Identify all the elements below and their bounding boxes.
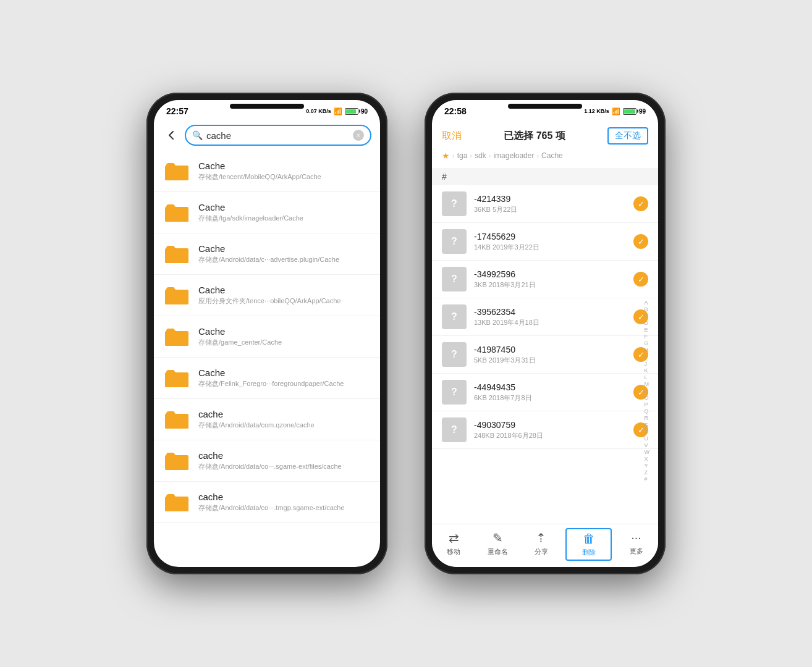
file-list-right: ? -4214339 36KB 5月22日 ✓ ? -17455629 14KB… xyxy=(432,185,658,524)
file-path: 存储盘/game_center/Cache xyxy=(198,338,370,347)
file-info: Cache 存储盘/Android/data/c···advertise.plu… xyxy=(198,243,370,264)
table-row[interactable]: ? -4214339 36KB 5月22日 ✓ xyxy=(432,185,658,223)
folder-icon xyxy=(164,448,190,474)
alphabet-item[interactable]: B xyxy=(645,306,650,313)
alphabet-item[interactable]: C xyxy=(645,313,650,319)
table-row[interactable]: ? -49030759 248KB 2018年6月28日 ✓ xyxy=(432,411,658,449)
search-bar: 🔍 × xyxy=(163,125,371,146)
file-thumb: ? xyxy=(442,229,467,254)
file-thumb: ? xyxy=(442,342,467,367)
alphabet-item[interactable]: X xyxy=(645,456,650,462)
alphabet-item[interactable]: Y xyxy=(645,463,650,469)
section-header: # xyxy=(432,168,658,185)
bottom-toolbar: ⇄ 移动 ✎ 重命名 ⇡ 分享 🗑 删除 ··· 更多 xyxy=(432,524,658,567)
alphabet-item[interactable]: V xyxy=(645,442,650,448)
file-row-name: -34992596 xyxy=(474,269,626,279)
folder-icon xyxy=(164,489,190,515)
file-info: Cache 存储盘/tga/sdk/imageloader/Cache xyxy=(198,202,370,223)
table-row[interactable]: ? -44949435 6KB 2018年7月8日 ✓ xyxy=(432,374,658,411)
alphabet-item[interactable]: W xyxy=(645,449,650,455)
file-thumb: ? xyxy=(442,380,467,405)
deselect-all-button[interactable]: 全不选 xyxy=(607,127,648,145)
alphabet-item[interactable]: H xyxy=(645,347,650,353)
table-row[interactable]: ? -41987450 5KB 2019年3月31日 ✓ xyxy=(432,336,658,374)
alphabet-item[interactable]: I xyxy=(645,354,650,360)
toolbar-btn-分享[interactable]: ⇡ 分享 xyxy=(520,528,564,561)
alphabet-item[interactable]: P xyxy=(645,401,650,408)
folder-icon xyxy=(164,241,190,267)
folder-icon xyxy=(164,406,190,432)
file-name: Cache xyxy=(198,243,370,254)
alphabet-item[interactable]: E xyxy=(645,327,650,333)
alphabet-item[interactable]: F xyxy=(645,334,650,340)
file-name: Cache xyxy=(198,161,370,171)
list-item[interactable]: Cache 存储盘/tencent/MobileQQ/ArkApp/Cache xyxy=(154,151,380,192)
alphabet-item[interactable]: M xyxy=(645,381,650,387)
star-icon: ★ xyxy=(442,151,450,161)
file-thumb: ? xyxy=(442,267,467,292)
file-info: Cache 存储盘/tencent/MobileQQ/ArkApp/Cache xyxy=(198,161,370,182)
cancel-button[interactable]: 取消 xyxy=(442,130,462,143)
battery-left xyxy=(345,108,358,115)
file-row-meta: 13KB 2019年4月18日 xyxy=(474,318,626,327)
alphabet-item[interactable]: O xyxy=(645,395,650,401)
file-row-name: -41987450 xyxy=(474,345,626,354)
clear-button[interactable]: × xyxy=(353,130,364,141)
list-item[interactable]: cache 存储盘/Android/data/com.qzone/cache xyxy=(154,399,380,440)
alphabet-item[interactable]: Q xyxy=(645,408,650,414)
list-item[interactable]: cache 存储盘/Android/data/co···.sgame-ext/f… xyxy=(154,440,380,482)
table-row[interactable]: ? -39562354 13KB 2019年4月18日 ✓ xyxy=(432,298,658,336)
list-item[interactable]: Cache 存储盘/Android/data/c···advertise.plu… xyxy=(154,233,380,275)
alphabet-bar: ABCDEFGHIJKLMNOPQRSTUVWXYZ# xyxy=(645,300,650,482)
alphabet-item[interactable]: J xyxy=(645,361,650,367)
alphabet-item[interactable]: Z xyxy=(645,469,650,476)
alphabet-item[interactable]: A xyxy=(645,300,650,306)
file-path: 存储盘/tencent/MobileQQ/ArkApp/Cache xyxy=(198,172,370,182)
file-name: Cache xyxy=(198,367,370,378)
list-item[interactable]: Cache 存储盘/tga/sdk/imageloader/Cache xyxy=(154,192,380,233)
search-input[interactable] xyxy=(206,130,349,141)
alphabet-item[interactable]: D xyxy=(645,320,650,326)
alphabet-item[interactable]: G xyxy=(645,340,650,346)
file-info: Cache 应用分身文件夹/tence···obileQQ/ArkApp/Cac… xyxy=(198,285,370,306)
list-item[interactable]: Cache 应用分身文件夹/tence···obileQQ/ArkApp/Cac… xyxy=(154,275,380,316)
list-item[interactable]: Cache 存储盘/Felink_Foregro···foregroundpap… xyxy=(154,358,380,399)
alphabet-item[interactable]: U xyxy=(645,435,650,442)
fm-header: 取消 已选择 765 项 全不选 ★ › tga › sdk › imagelo… xyxy=(432,120,658,168)
file-row-name: -49030759 xyxy=(474,420,626,430)
file-info: Cache 存储盘/game_center/Cache xyxy=(198,326,370,347)
check-icon[interactable]: ✓ xyxy=(633,234,648,249)
alphabet-item[interactable]: L xyxy=(645,374,650,380)
table-row[interactable]: ? -34992596 3KB 2018年3月21日 ✓ xyxy=(432,261,658,298)
toolbar-btn-更多[interactable]: ··· 更多 xyxy=(614,528,658,561)
alphabet-item[interactable]: # xyxy=(645,476,650,482)
toolbar-icon-分享: ⇡ xyxy=(536,531,546,545)
alphabet-item[interactable]: S xyxy=(645,422,650,428)
list-item[interactable]: cache 存储盘/Android/data/co···.tmgp.sgame-… xyxy=(154,482,380,523)
table-row[interactable]: ? -17455629 14KB 2019年3月22日 ✓ xyxy=(432,223,658,261)
status-icons-left: 0.07 KB/s 📶 90 xyxy=(306,107,368,115)
check-icon[interactable]: ✓ xyxy=(633,196,648,211)
toolbar-icon-删除: 🗑 xyxy=(583,532,595,546)
check-icon[interactable]: ✓ xyxy=(633,272,648,287)
toolbar-btn-删除[interactable]: 🗑 删除 xyxy=(565,528,612,561)
wifi-icon-right: 📶 xyxy=(612,107,620,115)
file-name: Cache xyxy=(198,285,370,295)
fm-header-top: 取消 已选择 765 项 全不选 xyxy=(442,125,648,147)
file-row-info: -4214339 36KB 5月22日 xyxy=(474,194,626,214)
alphabet-item[interactable]: K xyxy=(645,367,650,374)
alphabet-item[interactable]: T xyxy=(645,429,650,435)
file-name: cache xyxy=(198,409,370,419)
selected-count: 已选择 765 项 xyxy=(504,130,565,143)
toolbar-btn-重命名[interactable]: ✎ 重命名 xyxy=(476,528,520,561)
folder-icon xyxy=(164,199,190,225)
toolbar-label: 更多 xyxy=(630,547,643,556)
search-header: 🔍 × xyxy=(154,120,380,151)
file-row-info: -41987450 5KB 2019年3月31日 xyxy=(474,345,626,365)
alphabet-item[interactable]: N xyxy=(645,388,650,394)
list-item[interactable]: Cache 存储盘/game_center/Cache xyxy=(154,316,380,358)
toolbar-btn-移动[interactable]: ⇄ 移动 xyxy=(432,528,476,561)
back-button[interactable] xyxy=(163,127,180,144)
alphabet-item[interactable]: R xyxy=(645,415,650,421)
file-list-left: Cache 存储盘/tencent/MobileQQ/ArkApp/Cache … xyxy=(154,151,380,567)
